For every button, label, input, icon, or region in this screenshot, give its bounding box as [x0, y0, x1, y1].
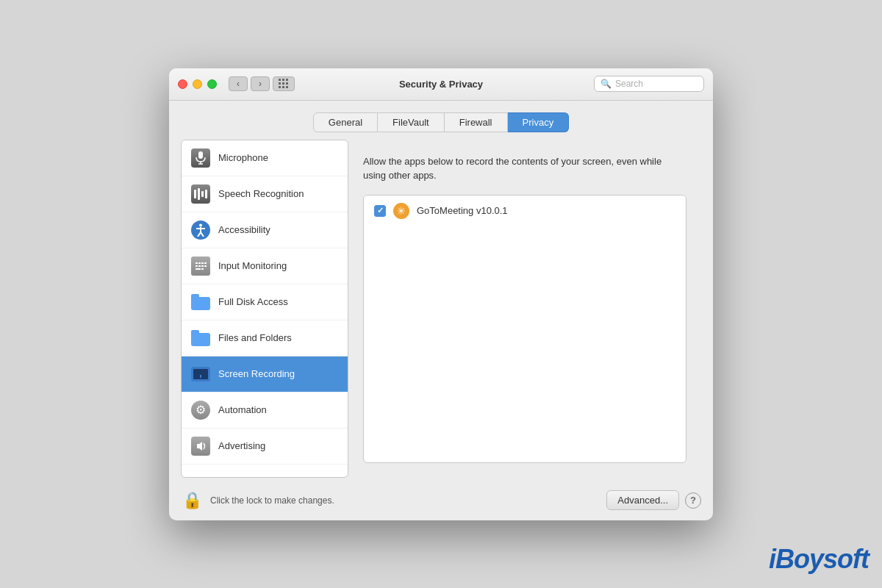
sidebar-item-label-files-and-folders: Files and Folders	[218, 332, 292, 343]
sidebar-item-label-advertising: Advertising	[218, 440, 265, 451]
sidebar-item-advertising[interactable]: Advertising	[182, 429, 348, 465]
sidebar-item-speech-recognition[interactable]: Speech Recognition	[182, 176, 348, 212]
right-panel: Allow the apps below to record the conte…	[348, 140, 701, 478]
svg-marker-12	[197, 442, 202, 451]
tab-general[interactable]: General	[313, 112, 378, 132]
grid-button[interactable]	[273, 76, 295, 91]
sidebar-item-label-microphone: Microphone	[218, 152, 268, 163]
panel-description: Allow the apps below to record the conte…	[363, 154, 686, 183]
maximize-button[interactable]	[207, 79, 217, 89]
svg-rect-4	[198, 188, 200, 200]
search-box[interactable]: 🔍	[594, 76, 704, 92]
sidebar-item-automation[interactable]: ⚙ Automation	[182, 392, 348, 429]
screen-recording-icon	[190, 364, 211, 384]
svg-rect-0	[198, 151, 203, 159]
sidebar-item-full-disk-access[interactable]: Full Disk Access	[182, 284, 348, 320]
sidebar-item-label-speech: Speech Recognition	[218, 188, 304, 199]
svg-rect-3	[194, 190, 196, 198]
svg-line-11	[201, 232, 204, 237]
watermark-suffix: Boysoft	[775, 544, 869, 574]
svg-point-7	[199, 223, 202, 226]
sidebar-item-input-monitoring[interactable]: Input Monitoring	[182, 248, 348, 284]
sidebar: Microphone Speech Recognition	[181, 140, 348, 478]
app-list: ✓ ✳ GoToMeeting v10.0.1	[363, 195, 686, 463]
back-button[interactable]: ‹	[229, 76, 248, 91]
full-disk-access-icon	[190, 292, 211, 312]
window-title: Security & Privacy	[399, 79, 483, 90]
advanced-button[interactable]: Advanced...	[606, 490, 679, 510]
sidebar-item-label-input-monitoring: Input Monitoring	[218, 260, 287, 271]
sidebar-item-label-screen-recording: Screen Recording	[218, 368, 295, 379]
watermark-prefix: i	[769, 544, 775, 574]
lock-button[interactable]: 🔒	[181, 490, 203, 512]
table-row[interactable]: ✓ ✳ GoToMeeting v10.0.1	[364, 196, 686, 226]
accessibility-icon	[190, 220, 211, 240]
automation-icon: ⚙	[190, 400, 211, 420]
gotomeeting-icon: ✳	[393, 203, 409, 219]
help-button[interactable]: ?	[685, 492, 701, 509]
sidebar-item-microphone[interactable]: Microphone	[182, 140, 348, 176]
traffic-lights	[178, 79, 217, 89]
checkmark-icon: ✓	[377, 207, 384, 215]
star-icon: ✳	[397, 205, 406, 217]
advertising-icon	[190, 436, 211, 456]
tabs-area: General FileVault Firewall Privacy	[169, 101, 713, 140]
titlebar: ‹ › Security & Privacy 🔍	[169, 68, 713, 101]
sidebar-item-label-automation: Automation	[218, 404, 267, 415]
sidebar-item-files-and-folders[interactable]: Files and Folders	[182, 320, 348, 356]
tab-filevault[interactable]: FileVault	[378, 112, 445, 132]
nav-buttons: ‹ ›	[229, 76, 270, 91]
tab-privacy[interactable]: Privacy	[508, 112, 570, 132]
tab-firewall[interactable]: Firewall	[445, 112, 508, 132]
grid-icon	[279, 79, 289, 89]
watermark: iBoysoft	[769, 544, 869, 575]
sidebar-item-label-accessibility: Accessibility	[218, 224, 270, 235]
mic-icon	[190, 148, 211, 168]
app-name-gotomeeting: GoToMeeting v10.0.1	[417, 205, 508, 216]
keyboard-icon	[190, 256, 211, 276]
bottom-bar: 🔒 Click the lock to make changes. Advanc…	[169, 481, 713, 520]
main-window: ‹ › Security & Privacy 🔍 General FileVau…	[169, 68, 713, 520]
close-button[interactable]	[178, 79, 187, 89]
lock-text: Click the lock to make changes.	[210, 495, 606, 506]
search-icon: 🔍	[600, 79, 612, 89]
app-checkbox-gotomeeting[interactable]: ✓	[374, 205, 386, 217]
search-input[interactable]	[615, 79, 698, 89]
sidebar-item-screen-recording[interactable]: Screen Recording	[182, 356, 348, 392]
lock-icon: 🔒	[182, 491, 202, 510]
forward-button[interactable]: ›	[251, 76, 270, 91]
minimize-button[interactable]	[193, 79, 202, 89]
sidebar-item-label-full-disk-access: Full Disk Access	[218, 296, 288, 307]
svg-rect-5	[201, 191, 204, 197]
sidebar-item-accessibility[interactable]: Accessibility	[182, 212, 348, 248]
main-content: Microphone Speech Recognition	[181, 140, 701, 478]
speech-icon	[190, 184, 211, 204]
files-folders-icon	[190, 328, 211, 348]
svg-rect-6	[205, 190, 207, 198]
